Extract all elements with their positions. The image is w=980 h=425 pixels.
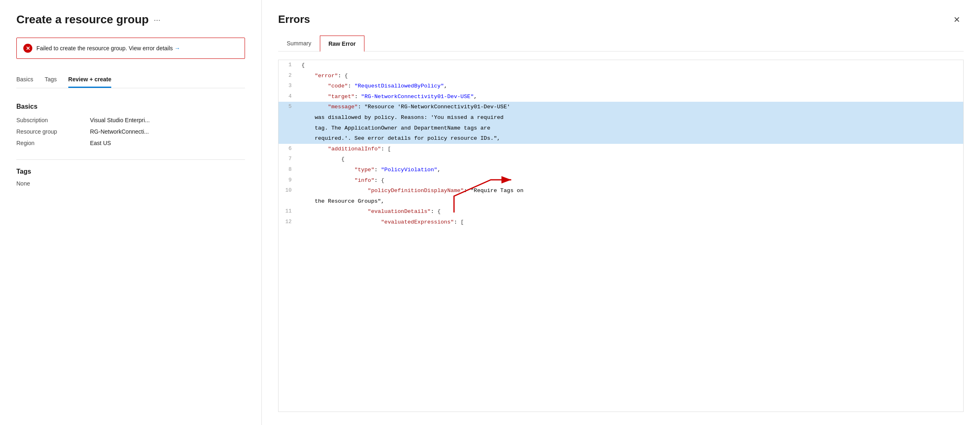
line-number [279, 112, 298, 113]
tab-basics[interactable]: Basics [16, 72, 33, 88]
error-banner: ✕ Failed to create the resource group. V… [16, 38, 245, 59]
line-number: 2 [279, 71, 298, 80]
code-line: 9 "info": { [279, 175, 963, 186]
tags-section-title: Tags [16, 168, 245, 175]
line-content: "message": "Resource 'RG-NetworkConnecti… [298, 102, 963, 112]
line-content: required.'. See error details for policy… [298, 133, 963, 144]
close-button[interactable]: ✕ [950, 14, 964, 25]
code-line: 3 "code": "RequestDisallowedByPolicy", [279, 81, 963, 92]
line-number: 12 [279, 217, 298, 226]
line-content: { [298, 154, 963, 165]
region-label: Region [16, 140, 90, 146]
line-number: 4 [279, 92, 298, 101]
resource-group-row: Resource group RG-NetworkConnecti... [16, 128, 245, 135]
line-content: "additionalInfo": [ [298, 144, 963, 154]
code-line: the Resource Groups", [279, 196, 963, 207]
page-title-row: Create a resource group ··· [16, 13, 245, 26]
line-content: "error": { [298, 71, 963, 81]
code-line: 1{ [279, 60, 963, 71]
line-number: 11 [279, 206, 298, 216]
region-value: East US [90, 140, 111, 146]
sub-tab-raw-error[interactable]: Raw Error [320, 36, 364, 51]
tabs: Basics Tags Review + create [16, 72, 245, 88]
resource-group-value: RG-NetworkConnecti... [90, 128, 149, 135]
line-number: 5 [279, 102, 298, 111]
line-content: "type": "PolicyViolation", [298, 165, 963, 175]
code-line: 2 "error": { [279, 71, 963, 81]
right-panel: Errors ✕ Summary Raw Error 1{2 "error": … [262, 0, 980, 425]
line-content: { [298, 60, 963, 71]
line-content: "evaluatedExpressions": [ [298, 217, 963, 228]
line-content: the Resource Groups", [298, 196, 963, 207]
panel-header: Errors ✕ [278, 13, 964, 26]
panel-title: Errors [278, 13, 310, 26]
subscription-value: Visual Studio Enterpri... [90, 117, 150, 123]
line-number [279, 123, 298, 124]
ellipsis-icon[interactable]: ··· [154, 15, 161, 25]
error-icon: ✕ [23, 44, 32, 53]
sub-tab-summary[interactable]: Summary [278, 36, 320, 51]
line-number: 7 [279, 154, 298, 163]
subscription-row: Subscription Visual Studio Enterpri... [16, 117, 245, 123]
line-number [279, 196, 298, 197]
line-content: "info": { [298, 175, 963, 186]
line-number: 6 [279, 144, 298, 153]
code-line: 7 { [279, 154, 963, 165]
code-line: 8 "type": "PolicyViolation", [279, 165, 963, 175]
code-line: 12 "evaluatedExpressions": [ [279, 217, 963, 228]
view-error-link[interactable]: → [174, 45, 180, 51]
tab-review-create[interactable]: Review + create [68, 72, 111, 88]
basics-section-title: Basics [16, 103, 245, 110]
line-number: 3 [279, 81, 298, 90]
section-divider [16, 159, 245, 160]
page-title: Create a resource group [16, 13, 149, 26]
line-content: "code": "RequestDisallowedByPolicy", [298, 81, 963, 92]
tags-none-value: None [16, 180, 245, 187]
code-container[interactable]: 1{2 "error": {3 "code": "RequestDisallow… [278, 60, 964, 412]
error-message: Failed to create the resource group. Vie… [36, 45, 238, 51]
code-line: required.'. See error details for policy… [279, 133, 963, 144]
code-line: 5 "message": "Resource 'RG-NetworkConnec… [279, 102, 963, 112]
left-panel: Create a resource group ··· ✕ Failed to … [0, 0, 262, 425]
tab-tags[interactable]: Tags [45, 72, 57, 88]
line-number: 10 [279, 186, 298, 195]
line-content: was disallowed by policy. Reasons: 'You … [298, 112, 963, 123]
line-content: tag. The ApplicationOwner and Department… [298, 123, 963, 134]
line-number: 8 [279, 165, 298, 174]
line-number: 1 [279, 60, 298, 69]
code-line: 6 "additionalInfo": [ [279, 144, 963, 154]
subscription-label: Subscription [16, 117, 90, 123]
line-content: "policyDefinitionDisplayName": "Require … [298, 186, 963, 196]
code-line: 10 "policyDefinitionDisplayName": "Requi… [279, 186, 963, 196]
line-content: "target": "RG-NetworkConnectivity01-Dev-… [298, 92, 963, 102]
code-line: was disallowed by policy. Reasons: 'You … [279, 112, 963, 123]
line-number [279, 133, 298, 134]
code-line: 11 "evaluationDetails": { [279, 206, 963, 217]
resource-group-label: Resource group [16, 128, 90, 135]
line-number: 9 [279, 175, 298, 185]
sub-tabs: Summary Raw Error [278, 36, 964, 51]
region-row: Region East US [16, 140, 245, 146]
line-content: "evaluationDetails": { [298, 206, 963, 217]
code-line: tag. The ApplicationOwner and Department… [279, 123, 963, 134]
code-line: 4 "target": "RG-NetworkConnectivity01-De… [279, 92, 963, 102]
